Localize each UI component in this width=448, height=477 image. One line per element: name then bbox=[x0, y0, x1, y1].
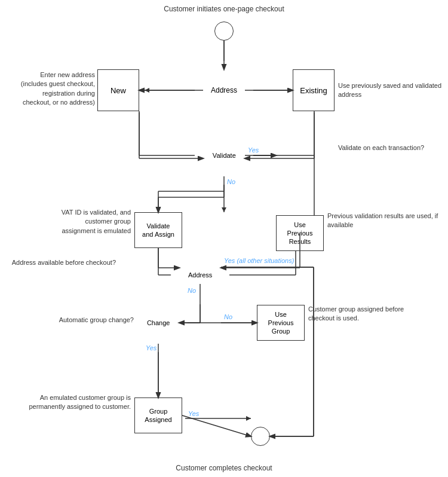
yes-final-label: Yes bbox=[188, 410, 199, 417]
yes-change-label: Yes bbox=[146, 344, 157, 351]
address2-diamond: Address bbox=[171, 246, 230, 305]
validate-assign-rect: Validate and Assign bbox=[134, 212, 182, 248]
group-assigned-rect: Group Assigned bbox=[134, 398, 182, 433]
change-diamond: Change bbox=[129, 293, 188, 353]
yes-validate-label: Yes bbox=[248, 146, 259, 154]
use-prev-group-desc: Customer group assigned before checkout … bbox=[308, 305, 419, 323]
top-label: Customer initiates one-page checkout bbox=[0, 5, 448, 13]
address-diamond: Address bbox=[195, 61, 254, 120]
new-desc: Enter new address (includes guest checko… bbox=[2, 71, 95, 108]
change-desc: Automatic group change? bbox=[2, 316, 134, 325]
group-assigned-desc: An emulated customer group is permanentl… bbox=[2, 393, 131, 412]
yes-all-label: Yes (all other situations) bbox=[224, 257, 294, 264]
no-validate-label: No bbox=[227, 178, 235, 185]
svg-marker-16 bbox=[271, 153, 276, 158]
no-change-label: No bbox=[224, 313, 232, 320]
use-prev-group-rect: Use Previous Group bbox=[257, 305, 305, 341]
svg-marker-3 bbox=[145, 88, 149, 93]
svg-marker-20 bbox=[156, 207, 161, 212]
no-address2-label: No bbox=[188, 287, 196, 294]
svg-marker-42 bbox=[246, 416, 251, 421]
start-circle bbox=[214, 22, 234, 41]
bottom-label: Customer completes checkout bbox=[0, 464, 448, 472]
end-circle bbox=[251, 427, 270, 446]
use-prev-results-rect: Use Previous Results bbox=[276, 215, 324, 251]
address2-desc: Address available before checkout? bbox=[2, 258, 116, 267]
existing-desc: Use previously saved and validated addre… bbox=[338, 81, 443, 100]
validate-diamond: Validate bbox=[195, 126, 254, 185]
svg-marker-13 bbox=[222, 207, 226, 212]
new-rect: New bbox=[97, 69, 139, 111]
validate-assign-desc: VAT ID is validated, and customer group … bbox=[2, 208, 131, 236]
validate-desc: Validate on each transaction? bbox=[338, 143, 440, 152]
svg-marker-38 bbox=[252, 320, 257, 325]
prev-results-desc: Previous validation results are used, if… bbox=[327, 212, 441, 230]
existing-rect: Existing bbox=[293, 69, 335, 111]
svg-marker-40 bbox=[156, 393, 161, 398]
svg-line-65 bbox=[182, 415, 251, 436]
